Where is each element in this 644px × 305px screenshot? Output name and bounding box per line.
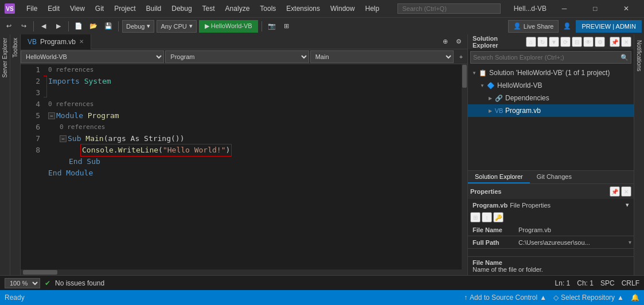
split-editor-button[interactable]: ⊕ xyxy=(439,36,451,48)
home-btn[interactable]: ⌂ xyxy=(526,37,536,47)
code-content[interactable]: 0 references Imports System 0 references… xyxy=(44,64,462,269)
redo-button[interactable]: ↪ xyxy=(17,20,30,33)
tree-project[interactable]: ▼ 🔷 HelloWorld-VB xyxy=(468,79,634,92)
debug-config-dropdown[interactable]: Debug▾ xyxy=(122,20,154,33)
menu-file[interactable]: File xyxy=(22,3,42,14)
main-content: Server Explorer Toolbox VB Program.vb ✕ … xyxy=(0,34,644,275)
tree-solution[interactable]: ▼ 📋 Solution 'HelloWorld-VB' (1 of 1 pro… xyxy=(468,67,634,79)
scroll-indicator: ▾ xyxy=(629,239,634,245)
code-line-1: Imports System xyxy=(48,76,457,87)
select-repo-label: Select Repository xyxy=(561,294,615,302)
nav-project-dropdown[interactable]: HelloWorld-VB xyxy=(21,50,164,63)
nav-member-dropdown[interactable]: Main xyxy=(310,50,454,63)
props-toolbar: ⊞ ↕ 🔑 xyxy=(468,211,634,224)
vb-file-icon: VB xyxy=(28,38,37,46)
tree-program-vb[interactable]: ▶ VB Program.vb xyxy=(468,104,634,117)
layout-button[interactable]: ⊞ xyxy=(280,20,293,33)
menu-help[interactable]: Help xyxy=(361,3,384,14)
vertical-scrollbar[interactable] xyxy=(462,64,467,269)
tab-git-changes[interactable]: Git Changes xyxy=(530,171,579,183)
new-file-button[interactable]: 📄 xyxy=(72,20,85,33)
menu-extensions[interactable]: Extensions xyxy=(282,3,325,14)
menu-build[interactable]: Build xyxy=(142,3,166,14)
toolbox-tab[interactable]: Toolbox xyxy=(11,34,19,61)
props-key-btn[interactable]: 🔑 xyxy=(493,212,504,222)
solution-icon: 📋 xyxy=(478,68,487,77)
collapse-sub-btn[interactable]: − xyxy=(60,135,67,142)
menu-debug[interactable]: Debug xyxy=(167,3,196,14)
undo-button[interactable]: ↩ xyxy=(2,20,15,33)
menu-analyze[interactable]: Analyze xyxy=(221,3,255,14)
editor-area: VB Program.vb ✕ ⊕ ⚙ HelloWorld-VB Progra… xyxy=(21,34,467,275)
minimize-button[interactable]: ─ xyxy=(551,1,577,17)
close-panel-btn[interactable]: ✕ xyxy=(621,37,631,47)
show-all-btn[interactable]: 👁 xyxy=(583,37,594,47)
close-button[interactable]: ✕ xyxy=(613,1,639,17)
save-button[interactable]: 💾 xyxy=(102,20,115,33)
live-share-button[interactable]: 👤 Live Share xyxy=(508,20,559,33)
run-button[interactable]: ▶ HelloWorld-VB xyxy=(199,20,258,33)
string-hello: "Hello World!" xyxy=(163,146,226,154)
sep4 xyxy=(261,21,262,32)
editor-settings-button[interactable]: ⚙ xyxy=(452,36,465,48)
add-to-source-control-btn[interactable]: ↑ Add to Source Control ▲ xyxy=(464,294,547,302)
toolbox-panel: Toolbox xyxy=(10,34,21,275)
props-sort-btn[interactable]: ↕ xyxy=(482,212,492,222)
server-explorer-tab[interactable]: Server Explorer xyxy=(1,34,9,81)
menu-window[interactable]: Window xyxy=(326,3,360,14)
notifications-tab[interactable]: Notifications xyxy=(635,37,643,75)
zoom-dropdown[interactable]: 100 % xyxy=(5,278,40,288)
panel-tabs: Solution Explorer Git Changes xyxy=(468,170,634,183)
collapse-all-btn[interactable]: ⊟ xyxy=(572,37,582,47)
sync-btn[interactable]: ↻ xyxy=(537,37,548,47)
properties-panel: Properties 📌 ✕ Program.vb File Propertie… xyxy=(468,183,634,275)
tab-solution-explorer[interactable]: Solution Explorer xyxy=(468,171,530,183)
select-repository-btn[interactable]: ◇ Select Repository ▲ xyxy=(553,294,624,302)
kw-sub: Sub xyxy=(68,133,81,144)
account-button[interactable]: 👤 xyxy=(561,20,573,33)
menu-test[interactable]: Test xyxy=(198,3,220,14)
collapse-module-btn[interactable]: − xyxy=(48,112,55,119)
main-toolbar: ↩ ↪ ◀ ▶ 📄 📂 💾 Debug▾ Any CPU▾ ▶ HelloWor… xyxy=(0,17,644,34)
refresh-btn[interactable]: ⟳ xyxy=(560,37,571,47)
maximize-button[interactable]: □ xyxy=(582,1,608,17)
menu-git[interactable]: Git xyxy=(91,3,108,14)
props-file-subtitle: File Properties xyxy=(510,202,551,209)
editor-tab-program[interactable]: VB Program.vb ✕ xyxy=(21,34,91,49)
forward-button[interactable]: ▶ xyxy=(52,20,65,33)
kw-system: System xyxy=(84,76,111,87)
props-pin-btn[interactable]: 📌 xyxy=(610,186,620,197)
open-button[interactable]: 📂 xyxy=(87,20,100,33)
live-share-label: Live Share xyxy=(524,23,554,30)
tree-dependencies[interactable]: ▶ 🔗 Dependencies xyxy=(468,92,634,104)
camera-button[interactable]: 📷 xyxy=(266,20,278,33)
properties-title: Properties xyxy=(470,188,501,195)
project-label: HelloWorld-VB xyxy=(497,81,542,89)
solution-search-box[interactable]: 🔍 xyxy=(470,51,631,64)
notification-icon[interactable]: 🔔 xyxy=(631,294,639,302)
repo-icon: ◇ xyxy=(553,294,559,302)
close-tab-icon[interactable]: ✕ xyxy=(79,38,84,45)
code-line-4: − Sub Main(args As String()) xyxy=(48,133,457,144)
kw-program: Program xyxy=(88,110,119,122)
menu-project[interactable]: Project xyxy=(110,3,140,14)
pin-btn[interactable]: 📌 xyxy=(610,37,620,47)
menu-view[interactable]: View xyxy=(65,3,89,14)
preview-admin-button[interactable]: PREVIEW | ADMIN xyxy=(576,20,642,33)
back-button[interactable]: ◀ xyxy=(37,20,50,33)
platform-dropdown[interactable]: Any CPU▾ xyxy=(157,20,196,33)
add-source-label: Add to Source Control xyxy=(470,294,537,302)
add-line-button[interactable]: + xyxy=(455,50,467,63)
kw-module: Module xyxy=(56,110,83,122)
no-issues-icon: ✔ xyxy=(45,279,50,287)
settings-btn[interactable]: ⚙ xyxy=(595,37,605,47)
search-input[interactable] xyxy=(397,3,501,14)
solution-search-input[interactable] xyxy=(471,54,618,61)
props-close-btn[interactable]: ✕ xyxy=(621,186,631,197)
horizontal-scrollbar[interactable] xyxy=(21,269,467,275)
menu-edit[interactable]: Edit xyxy=(43,3,64,14)
menu-tools[interactable]: Tools xyxy=(255,3,280,14)
filter-btn[interactable]: ▼ xyxy=(549,37,559,47)
props-grid-btn[interactable]: ⊞ xyxy=(470,212,481,222)
nav-file-dropdown[interactable]: Program xyxy=(165,50,309,63)
